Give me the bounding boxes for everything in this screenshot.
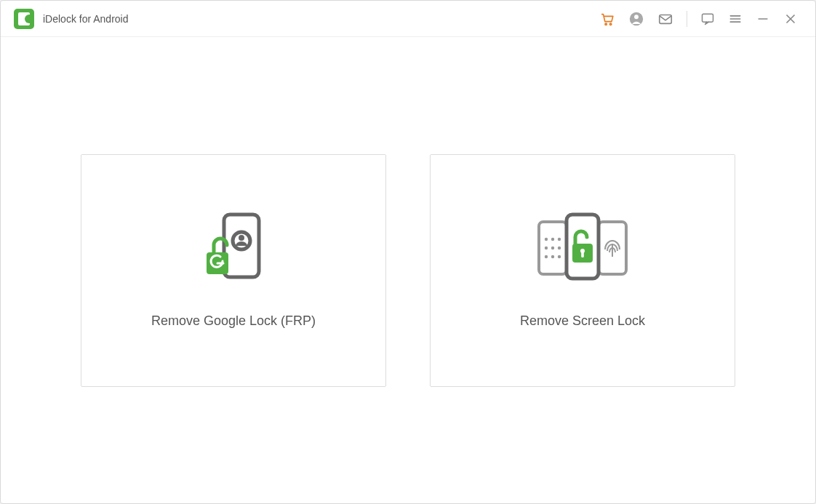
app-title: iDelock for Android (43, 13, 129, 25)
remove-screen-lock-card[interactable]: Remove Screen Lock (430, 154, 735, 387)
feedback-icon[interactable] (700, 12, 715, 26)
card-label: Remove Screen Lock (520, 313, 645, 329)
minimize-icon[interactable] (756, 12, 770, 26)
svg-point-26 (558, 255, 561, 258)
close-icon[interactable] (783, 12, 798, 26)
svg-point-1 (609, 23, 611, 25)
card-label: Remove Google Lock (FRP) (151, 313, 316, 329)
svg-point-0 (605, 23, 607, 25)
svg-point-22 (551, 247, 554, 249)
app-window: iDelock for Android (0, 0, 816, 504)
svg-point-18 (545, 238, 548, 241)
cart-icon[interactable] (599, 11, 615, 27)
svg-rect-31 (581, 252, 584, 257)
svg-point-25 (551, 255, 554, 258)
remove-google-lock-card[interactable]: Remove Google Lock (FRP) (81, 154, 386, 387)
svg-point-3 (634, 15, 639, 19)
app-logo-icon (14, 9, 34, 29)
menu-icon[interactable] (728, 12, 743, 26)
svg-rect-5 (703, 14, 713, 22)
svg-rect-4 (660, 15, 672, 23)
google-lock-icon (193, 212, 273, 281)
svg-point-21 (545, 247, 548, 249)
svg-point-20 (558, 238, 561, 241)
person-icon[interactable] (628, 11, 644, 27)
svg-point-23 (558, 247, 561, 249)
svg-point-24 (545, 255, 548, 258)
main-content: Remove Google Lock (FRP) (1, 37, 815, 503)
screen-lock-icon (532, 212, 633, 281)
mail-icon[interactable] (657, 11, 673, 27)
svg-point-19 (551, 238, 554, 241)
titlebar-right (599, 11, 798, 27)
titlebar-left: iDelock for Android (14, 9, 129, 29)
titlebar: iDelock for Android (1, 1, 815, 37)
titlebar-divider (687, 11, 687, 27)
svg-point-14 (239, 235, 244, 241)
